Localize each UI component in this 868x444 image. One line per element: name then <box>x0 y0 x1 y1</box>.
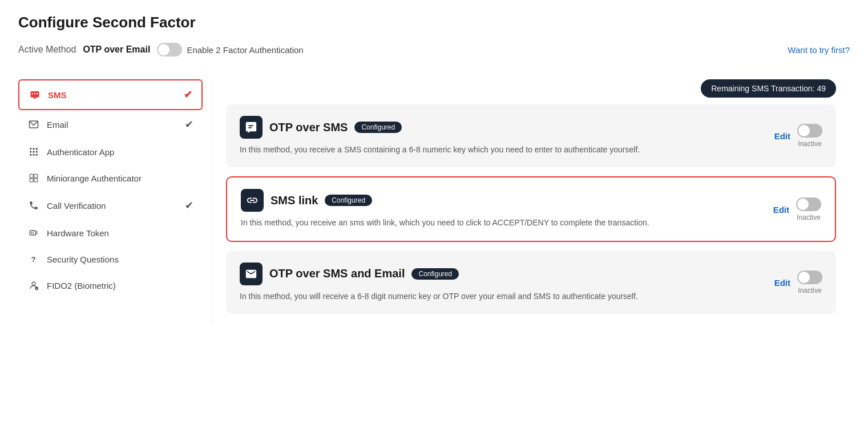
svg-point-25 <box>32 282 35 285</box>
otp-sms-email-edit-button[interactable]: Edit <box>774 277 790 287</box>
otp-sms-email-header: OTP over SMS and Email Configured <box>240 263 822 285</box>
sidebar: SMS ✔ Email ✔ Authenticator App <box>18 79 212 323</box>
sidebar-item-fido2[interactable]: FIDO2 (Biometric) <box>18 272 203 298</box>
svg-rect-9 <box>30 151 31 153</box>
svg-rect-23 <box>33 232 34 234</box>
sms-link-header: SMS link Configured <box>241 189 821 212</box>
2fa-toggle-label: Enable 2 Factor Authentication <box>187 45 303 55</box>
sms-badge-container: Remaining SMS Transaction: 49 <box>226 79 836 98</box>
sidebar-item-fido2-label: FIDO2 (Biometric) <box>47 281 116 290</box>
otp-sms-toggle[interactable] <box>797 124 822 138</box>
svg-rect-13 <box>33 154 35 156</box>
sidebar-item-hardware-token[interactable]: Hardware Token <box>18 220 203 246</box>
active-method-bar: Active Method OTP over Email Enable 2 Fa… <box>18 43 850 66</box>
sms-link-badge: Configured <box>325 195 372 206</box>
otp-sms-edit-button[interactable]: Edit <box>774 131 790 141</box>
svg-rect-15 <box>30 174 33 177</box>
svg-rect-3 <box>37 93 38 94</box>
otp-sms-email-desc: In this method, you will receive a 6-8 d… <box>240 290 736 302</box>
otp-sms-name: OTP over SMS <box>269 121 348 134</box>
sidebar-item-authenticator-app[interactable]: Authenticator App <box>18 139 203 165</box>
sms-remaining-badge: Remaining SMS Transaction: 49 <box>701 79 836 98</box>
sidebar-item-authenticator-label: Authenticator App <box>47 147 114 157</box>
svg-rect-8 <box>36 148 38 150</box>
sms-link-name: SMS link <box>271 194 318 207</box>
svg-text:?: ? <box>31 255 36 264</box>
email-sidebar-icon <box>27 119 40 130</box>
otp-sms-email-badge: Configured <box>411 268 459 280</box>
sidebar-item-miniorange-label: Miniorange Authenticator <box>47 173 142 183</box>
sms-link-card: SMS link Configured In this method, you … <box>226 176 836 241</box>
otp-sms-badge: Configured <box>354 122 402 133</box>
active-method-value: OTP over Email <box>83 45 150 55</box>
email-check-icon: ✔ <box>185 118 193 131</box>
svg-rect-7 <box>33 148 35 150</box>
otp-sms-email-toggle[interactable] <box>797 271 822 284</box>
otp-sms-icon <box>240 116 263 139</box>
sms-link-desc: In this method, you receive an sms with … <box>241 216 737 229</box>
sms-link-status: Inactive <box>797 213 820 221</box>
security-questions-icon: ? <box>27 254 40 264</box>
otp-sms-email-card: OTP over SMS and Email Configured In thi… <box>226 251 836 314</box>
svg-rect-2 <box>34 93 35 94</box>
otp-sms-desc: In this method, you receive a SMS contai… <box>240 143 736 156</box>
sms-check-icon: ✔ <box>184 88 192 101</box>
authenticator-app-icon <box>27 147 40 157</box>
svg-rect-10 <box>33 151 35 153</box>
sidebar-item-email-label: Email <box>47 120 68 130</box>
svg-rect-17 <box>30 179 33 182</box>
otp-sms-email-status: Inactive <box>798 286 821 294</box>
miniorange-icon <box>27 173 40 183</box>
sms-link-icon <box>241 189 264 212</box>
svg-rect-1 <box>32 93 33 94</box>
active-method-label: Active Method <box>18 45 76 55</box>
svg-rect-12 <box>30 154 31 156</box>
svg-rect-11 <box>36 151 38 153</box>
otp-sms-controls: Inactive <box>797 124 822 148</box>
otp-sms-header: OTP over SMS Configured <box>240 116 822 139</box>
svg-rect-14 <box>36 154 38 156</box>
sidebar-item-miniorange[interactable]: Miniorange Authenticator <box>18 165 203 191</box>
otp-sms-email-icon <box>240 263 263 285</box>
svg-rect-18 <box>34 179 38 182</box>
2fa-toggle[interactable] <box>157 43 182 56</box>
2fa-toggle-container: Enable 2 Factor Authentication <box>157 43 303 56</box>
page-title: Configure Second Factor <box>18 14 850 31</box>
sidebar-item-call-label: Call Verification <box>47 201 106 211</box>
sidebar-item-security-questions[interactable]: ? Security Questions <box>18 246 203 272</box>
main-content: Remaining SMS Transaction: 49 OTP over S… <box>212 79 850 323</box>
otp-sms-email-name: OTP over SMS and Email <box>269 267 405 280</box>
sidebar-item-security-label: Security Questions <box>47 255 119 264</box>
sidebar-item-email[interactable]: Email ✔ <box>18 110 203 139</box>
svg-rect-6 <box>30 148 31 150</box>
otp-sms-status: Inactive <box>798 140 821 148</box>
fido2-icon <box>27 280 40 290</box>
sms-link-edit-button[interactable]: Edit <box>773 204 789 214</box>
call-check-icon: ✔ <box>185 199 193 212</box>
svg-marker-4 <box>33 98 37 99</box>
svg-point-26 <box>35 286 38 290</box>
sidebar-item-sms-label: SMS <box>48 90 67 100</box>
sms-link-controls: Inactive <box>796 197 821 221</box>
sidebar-item-hardware-label: Hardware Token <box>47 228 109 238</box>
want-to-try-link[interactable]: Want to try first? <box>788 45 850 55</box>
sidebar-item-sms[interactable]: SMS ✔ <box>18 79 203 110</box>
otp-sms-email-controls: Inactive <box>797 271 822 294</box>
sms-icon <box>29 90 41 100</box>
sidebar-item-call-verification[interactable]: Call Verification ✔ <box>18 191 203 220</box>
main-layout: SMS ✔ Email ✔ Authenticator App <box>18 79 850 323</box>
sms-link-toggle[interactable] <box>796 197 821 211</box>
svg-rect-22 <box>31 232 33 234</box>
otp-sms-card: OTP over SMS Configured In this method, … <box>226 104 836 167</box>
call-verification-icon <box>27 200 40 211</box>
svg-rect-16 <box>34 174 38 177</box>
hardware-token-icon <box>27 228 40 238</box>
